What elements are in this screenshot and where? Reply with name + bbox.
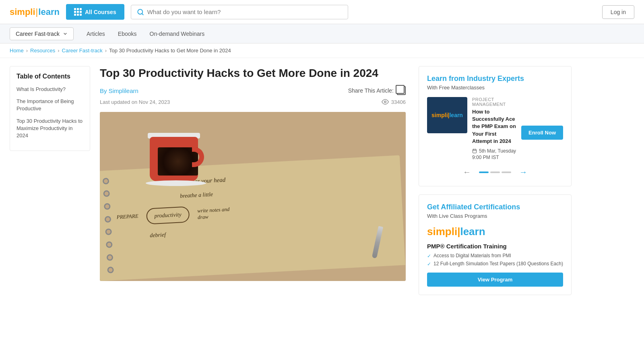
- breadcrumb-sep-3: ›: [105, 48, 107, 54]
- webinars-link[interactable]: On-demand Webinars: [150, 31, 205, 37]
- notebook-line-4: debrief: [150, 220, 395, 239]
- logo[interactable]: simpli|learn: [10, 7, 60, 17]
- breadcrumb-home[interactable]: Home: [10, 48, 24, 54]
- header: simpli|learn All Courses Log in: [0, 0, 644, 24]
- ring: [107, 267, 114, 274]
- view-program-button[interactable]: View Program: [427, 273, 563, 287]
- breadcrumb-resources[interactable]: Resources: [30, 48, 55, 54]
- cert-section-subtitle: With Live Class Programs: [427, 213, 563, 219]
- ring: [107, 254, 114, 261]
- article-author[interactable]: By Simplilearn: [100, 87, 138, 94]
- carousel-prev-button[interactable]: ←: [461, 167, 473, 178]
- cup-body: [150, 137, 198, 181]
- cert-feature-text-0: Access to Digital Materials from PMI: [433, 253, 511, 258]
- notebook-write: write notes anddraw: [197, 206, 230, 221]
- search-icon: [137, 8, 144, 16]
- mc-time: 9:00 PM IST: [472, 155, 516, 160]
- carousel-next-button[interactable]: →: [518, 167, 529, 178]
- toc-item-0[interactable]: What Is Productivity?: [17, 86, 83, 93]
- coffee-cup: [146, 129, 210, 193]
- toc-title: Table of Contents: [17, 73, 83, 80]
- cert-feature-text-1: 12 Full-Length Simulation Test Papers (1…: [433, 261, 563, 267]
- cert-section-title: Get Affiliated Certifications: [427, 203, 563, 211]
- cert-feature-0: ✓ Access to Digital Materials from PMI: [427, 253, 563, 259]
- ring: [103, 178, 109, 185]
- copy-icon[interactable]: [397, 86, 406, 95]
- toc-sidebar: Table of Contents What Is Productivity? …: [10, 66, 90, 151]
- login-button[interactable]: Log in: [602, 5, 634, 19]
- masterclass-section-subtitle: With Free Masterclasses: [427, 85, 563, 91]
- notebook-prepare: PREPARE: [116, 213, 138, 221]
- mc-logo-simpli: simpli: [431, 112, 448, 118]
- cert-logo-learn: learn: [460, 225, 485, 238]
- mc-logo-learn: learn: [449, 112, 462, 118]
- check-icon-0: ✓: [427, 253, 431, 259]
- nav-bar: Career Fast-track Articles Ebooks On-dem…: [0, 24, 644, 43]
- search-input[interactable]: [147, 8, 342, 15]
- masterclass-card: simpli|learn PROJECT MANAGEMENT How to S…: [427, 97, 516, 160]
- cert-title: PMP® Certification Training: [427, 243, 563, 250]
- view-count: 33406: [382, 98, 406, 105]
- career-fasttrack-dropdown[interactable]: Career Fast-track: [10, 27, 74, 40]
- logo-pipe: |: [36, 7, 38, 17]
- article-image: clear your head breathe a little PREPARE…: [100, 112, 406, 281]
- ring: [106, 242, 113, 248]
- mc-category: PROJECT MANAGEMENT: [472, 97, 516, 107]
- mc-date-row: 5th Mar, Tuesday: [472, 148, 516, 154]
- calendar-icon: [472, 149, 477, 153]
- logo-simpli: simpli: [10, 7, 35, 17]
- ebooks-link[interactable]: Ebooks: [118, 31, 137, 37]
- all-courses-button[interactable]: All Courses: [66, 4, 124, 20]
- article-title: Top 30 Productivity Hacks to Get More Do…: [100, 66, 406, 81]
- grid-icon: [74, 8, 82, 16]
- breadcrumb-current: Top 30 Productivity Hacks to Get More Do…: [109, 48, 231, 54]
- ring: [105, 216, 111, 223]
- cert-logo-simpli: simpli: [427, 225, 457, 238]
- chevron-down-icon: [63, 31, 68, 36]
- mc-date: 5th Mar, Tuesday: [479, 148, 516, 154]
- carousel-dot-2[interactable]: [490, 172, 500, 173]
- share-label: Share This Article:: [348, 87, 394, 94]
- main-layout: Table of Contents What Is Productivity? …: [0, 58, 644, 311]
- carousel-dot-1[interactable]: [479, 172, 489, 173]
- cert-features: ✓ Access to Digital Materials from PMI ✓…: [427, 253, 563, 267]
- svg-line-1: [142, 13, 143, 14]
- carousel-dot-3[interactable]: [502, 172, 511, 173]
- svg-point-2: [384, 101, 386, 103]
- articles-link[interactable]: Articles: [87, 31, 105, 37]
- ring: [103, 190, 110, 197]
- cup-handle: [192, 147, 204, 167]
- article-meta-row: By Simplilearn Share This Article:: [100, 86, 406, 95]
- certifications-section: Get Affiliated Certifications With Live …: [419, 194, 572, 295]
- mc-thumbnail: simpli|learn: [427, 97, 467, 133]
- notebook-productivity: productivity: [146, 207, 190, 225]
- mc-info: PROJECT MANAGEMENT How to Successfully A…: [472, 97, 516, 160]
- dropdown-label: Career Fast-track: [16, 31, 60, 37]
- masterclass-section: Learn from Industry Experts With Free Ma…: [419, 66, 572, 186]
- ring: [105, 229, 112, 236]
- breadcrumb-career-fasttrack[interactable]: Career Fast-track: [62, 48, 103, 54]
- carousel-dots: [479, 172, 511, 173]
- svg-rect-3: [473, 149, 477, 153]
- mc-title: How to Successfully Ace the PMP Exam on …: [472, 108, 516, 145]
- mc-card-wrapper: simpli|learn PROJECT MANAGEMENT How to S…: [427, 97, 563, 160]
- breadcrumb-sep-1: ›: [26, 48, 28, 54]
- article-content: Top 30 Productivity Hacks to Get More Do…: [100, 66, 406, 281]
- article-date-row: Last updated on Nov 24, 2023 33406: [100, 98, 406, 105]
- enroll-now-button[interactable]: Enroll Now: [521, 126, 563, 140]
- all-courses-label: All Courses: [85, 9, 116, 15]
- check-icon-1: ✓: [427, 261, 431, 267]
- cert-feature-1: ✓ 12 Full-Length Simulation Test Papers …: [427, 261, 563, 267]
- breadcrumb: Home › Resources › Career Fast-track › T…: [0, 43, 644, 58]
- toc-item-2[interactable]: Top 30 Productivity Hacks to Maximize Pr…: [17, 118, 83, 140]
- logo-learn: learn: [38, 7, 60, 17]
- masterclass-section-title: Learn from Industry Experts: [427, 74, 563, 83]
- article-last-updated: Last updated on Nov 24, 2023: [100, 99, 170, 105]
- carousel-controls: ← →: [427, 167, 563, 178]
- notebook-line-1: clear your head: [187, 168, 392, 186]
- notebook-rings: [102, 171, 116, 281]
- search-bar[interactable]: [131, 5, 348, 19]
- toc-item-1[interactable]: The Importance of Being Productive: [17, 98, 83, 112]
- ring: [104, 203, 111, 210]
- view-count-value: 33406: [391, 99, 406, 105]
